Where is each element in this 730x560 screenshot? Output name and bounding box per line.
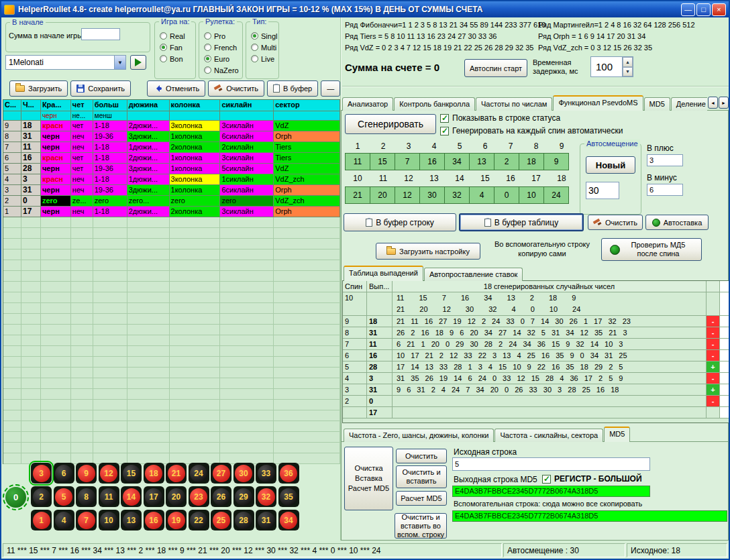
wheel-number-12[interactable]: 12 [99, 463, 119, 484]
table-row[interactable]: 331черннеч19-363дюжи...1колонка6сиклайнO… [3, 185, 340, 196]
grid-cell[interactable]: 21 [345, 186, 370, 204]
tab-scroll-left-icon[interactable]: ◄ [708, 97, 718, 109]
drop-row[interactable]: 7116 21 1 20 0 29 30 28 2 24 34 36 15 9 … [343, 339, 729, 350]
tab-2[interactable]: Частоты по числам [476, 97, 552, 111]
buffer-table-button[interactable]: В буфер таблицу [459, 213, 584, 231]
wheel-number-9[interactable]: 9 [76, 463, 97, 484]
column-header[interactable]: С... [3, 100, 21, 111]
toolbar-button-5[interactable]: — [321, 80, 340, 97]
wheel-number-1[interactable]: 1 [31, 510, 52, 530]
wheel-number-26[interactable]: 26 [211, 486, 231, 507]
drop-row[interactable]: 52817 14 13 33 28 1 3 4 15 10 9 22 16 35… [343, 361, 729, 373]
radio-french[interactable]: French [204, 42, 239, 53]
column-header[interactable]: чет [71, 100, 93, 111]
wheel-number-18[interactable]: 18 [144, 463, 164, 484]
maximize-icon[interactable]: □ [696, 3, 711, 16]
table-row[interactable]: 831черннеч19-363дюжи...1колонка6сиклайнO… [3, 131, 340, 142]
tab-1[interactable]: Контроль банкролла [394, 97, 475, 111]
play-button[interactable] [130, 55, 146, 70]
subtab-1[interactable]: Автопроставление ставок [424, 268, 523, 281]
radio-euro[interactable]: Euro [204, 53, 239, 64]
md5-clear-paste-aux-button[interactable]: Очистить и вставить во вспом. строку [395, 513, 447, 539]
wheel-number-5[interactable]: 5 [54, 486, 74, 507]
table-row[interactable]: 616краснчет1-182дюжи...1колонка3сиклайнT… [3, 153, 340, 164]
minimize-icon[interactable]: — [681, 3, 695, 16]
tab-scroll-right-icon[interactable]: ► [719, 97, 729, 109]
column-header[interactable]: Кра... [41, 100, 71, 111]
table-row[interactable]: 711черннеч1-181дюжи...2колонка2сиклайнTi… [3, 142, 340, 153]
delay-spinner[interactable]: 100 ▲ ▼ [590, 56, 633, 77]
tab-4[interactable]: MD5 [644, 97, 670, 111]
tab-3[interactable]: Функционал PsevdoMS [553, 95, 643, 111]
grid-cell[interactable]: 32 [444, 186, 470, 204]
wheel-number-34[interactable]: 34 [278, 510, 299, 530]
load-settings-button[interactable]: Загрузить настройку [376, 243, 480, 260]
wheel-number-30[interactable]: 30 [233, 463, 254, 484]
md5-clear-button[interactable]: Очистить [396, 449, 447, 463]
wheel-number-2[interactable]: 2 [31, 486, 52, 507]
radio-fan[interactable]: Fan [160, 42, 185, 53]
grid-cell[interactable]: 0 [494, 186, 519, 204]
table-row[interactable]: 918краснчет1-182дюжи...3колонка3сиклайнV… [3, 121, 340, 131]
table-row[interactable]: 20zeroze...zerozero...zerozeroVdZ_zch [3, 196, 340, 207]
toolbar-button-4[interactable]: В буфер [267, 80, 318, 97]
wheel-number-3[interactable]: 3 [31, 463, 52, 484]
md5-big-button[interactable]: ОчисткаВставкаРасчет MD5 [344, 447, 393, 510]
grid-cell[interactable]: 12 [395, 186, 420, 204]
grid-cell[interactable]: 18 [519, 153, 544, 170]
aux-string-field[interactable]: E4DA3B7FBBCE2345D7772B0674A318D5 [452, 510, 727, 522]
drop-row[interactable]: 20- [343, 396, 729, 407]
radio-pro[interactable]: Pro [204, 30, 239, 42]
preset-combobox[interactable]: 1Melonati ▼ [5, 55, 126, 70]
column-header[interactable]: Ч... [21, 100, 41, 111]
wheel-number-28[interactable]: 28 [233, 510, 254, 530]
status-line-checkbox[interactable]: Показывать в строке статуса [440, 113, 560, 123]
md5-clear-paste-button[interactable]: Очистить и вставить [396, 465, 447, 488]
wheel-number-29[interactable]: 29 [233, 486, 254, 507]
minus-input[interactable] [647, 184, 683, 196]
wheel-number-21[interactable]: 21 [166, 463, 187, 484]
column-header[interactable]: больш [93, 100, 127, 111]
wheel-number-20[interactable]: 20 [166, 486, 187, 507]
radio-real[interactable]: Real [160, 30, 185, 42]
check-md5-button[interactable]: Проверить МД5 после спина [601, 238, 702, 261]
grid-cell[interactable]: 2 [494, 153, 519, 170]
autobet-button[interactable]: Автоставка [645, 215, 709, 230]
grid-cell[interactable]: 15 [370, 153, 395, 170]
radio-bon[interactable]: Bon [160, 53, 185, 64]
wheel-number-27[interactable]: 27 [211, 463, 231, 484]
freqtab-2[interactable]: MD5 [604, 427, 630, 442]
table-row[interactable]: 117черннеч1-182дюжи...2колонка3сиклайнOr… [3, 207, 340, 217]
buffer-row-button[interactable]: В буфер строку [344, 213, 456, 231]
radio-nazero[interactable]: NaZero [204, 64, 239, 76]
wheel-number-31[interactable]: 31 [256, 510, 276, 530]
grid-cell[interactable]: 9 [543, 153, 569, 170]
grid-cell[interactable]: 11 [345, 153, 370, 170]
radio-multi[interactable]: Multi [251, 42, 277, 53]
grid-cell[interactable]: 13 [469, 153, 494, 170]
autoshift-new-button[interactable]: Новый [586, 156, 635, 174]
wheel-number-17[interactable]: 17 [144, 486, 164, 507]
subtab-0[interactable]: Таблица выпадений [344, 266, 423, 281]
spin-up-icon[interactable]: ▲ [623, 57, 633, 67]
wheel-number-23[interactable]: 23 [189, 486, 209, 507]
column-header[interactable]: дюжина [127, 100, 170, 111]
table-row[interactable]: 43красннеч1-181дюжи...3колонка1сиклайнVd… [3, 174, 340, 185]
autogen-checkbox[interactable]: Генерировать на каждый спин автоматическ… [440, 126, 623, 135]
clear-button[interactable]: Очистить [588, 215, 643, 230]
drop-row[interactable]: 91821 11 16 27 19 12 2 24 33 0 7 14 30 2… [343, 316, 729, 327]
wheel-number-7[interactable]: 7 [76, 510, 97, 530]
grid-cell[interactable]: 10 [519, 186, 544, 204]
drop-row[interactable]: 83126 2 16 18 9 6 20 34 27 14 32 5 31 34… [343, 327, 729, 339]
tab-5[interactable]: Деление ко... [671, 97, 707, 111]
column-header[interactable]: сектор [274, 100, 340, 111]
wheel-number-14[interactable]: 14 [121, 486, 142, 507]
wheel-number-22[interactable]: 22 [189, 510, 209, 530]
chevron-down-icon[interactable]: ▼ [114, 56, 125, 69]
wheel-number-35[interactable]: 35 [278, 486, 299, 507]
wheel-number-15[interactable]: 15 [121, 463, 142, 484]
toolbar-button-1[interactable]: Сохранить [70, 80, 131, 97]
column-header[interactable]: колонка [170, 100, 221, 111]
wheel-number-33[interactable]: 33 [256, 463, 276, 484]
wheel-number-0[interactable]: 0 [5, 487, 26, 508]
